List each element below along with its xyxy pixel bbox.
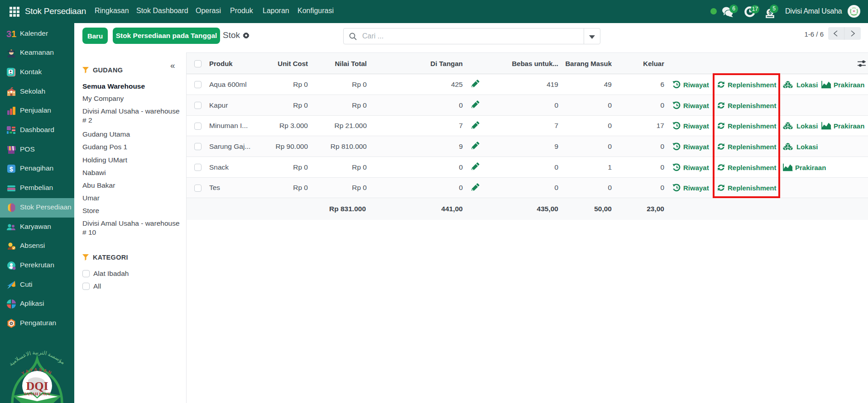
svg-text:1: 1 <box>11 29 16 39</box>
svg-text:TANAH LAUT: TANAH LAUT <box>24 392 50 396</box>
svg-text:DQI: DQI <box>26 379 48 393</box>
svg-text:3: 3 <box>6 29 11 39</box>
svg-text:$: $ <box>10 166 13 173</box>
